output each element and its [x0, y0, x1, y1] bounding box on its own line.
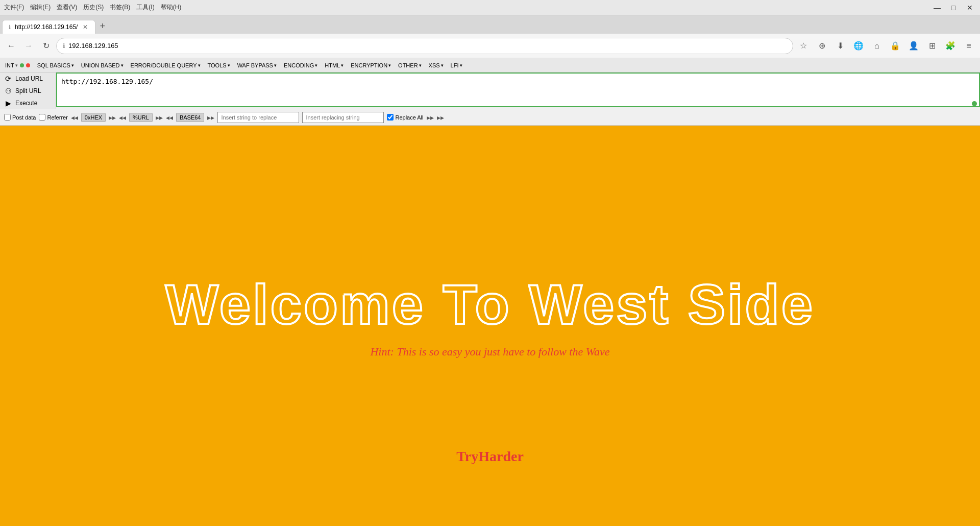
- arrow-right-4: ▸▸: [427, 113, 434, 122]
- arrow-left-3: ◂◂: [166, 113, 173, 122]
- plugin-sql-basics[interactable]: SQL BASICS▾: [34, 61, 77, 69]
- browser-window: 文件(F) 编辑(E) 查看(V) 历史(S) 书签(B) 工具(I) 帮助(H…: [0, 0, 980, 526]
- globe-icon[interactable]: 🌐: [851, 39, 866, 53]
- refresh-button[interactable]: ↻: [39, 39, 53, 53]
- arrow-right-2: ▸▸: [156, 113, 163, 122]
- menu-edit[interactable]: 编辑(E): [30, 3, 51, 12]
- arrow-left-2: ◂◂: [119, 113, 126, 122]
- base64-encode-button[interactable]: BASE64: [176, 113, 205, 122]
- plugin-union-based[interactable]: UNION BASED▾: [78, 61, 127, 69]
- profile-icon[interactable]: 👤: [906, 39, 921, 53]
- plugin-tools[interactable]: TOOLS▾: [205, 61, 233, 69]
- plugin-html[interactable]: HTML▾: [322, 61, 347, 69]
- hex-encode-button[interactable]: 0xHEX: [81, 113, 106, 122]
- sql-tool-area: ⟳ Load URL ⚇ Split URL ▶ Execute http://…: [0, 73, 980, 126]
- home-icon[interactable]: ⌂: [870, 39, 884, 53]
- window-controls: — □ ✕: [931, 2, 976, 14]
- load-url-icon: ⟳: [4, 75, 12, 83]
- back-button[interactable]: ←: [4, 39, 18, 53]
- plugin-int-dropdown[interactable]: INT ▾: [2, 61, 33, 69]
- toolbar-icons: ☆ ⊕ ⬇ 🌐 ⌂ 🔒 👤 ⊞ 🧩 ≡: [796, 39, 976, 53]
- split-url-icon: ⚇: [4, 87, 12, 95]
- tab-title: http://192.168.129.165/: [15, 23, 78, 31]
- execute-icon: ▶: [4, 99, 12, 107]
- split-url-button[interactable]: ⚇ Split URL: [0, 85, 56, 97]
- plugin-other[interactable]: OTHER▾: [395, 61, 425, 69]
- plugin-encryption[interactable]: ENCRYPTION▾: [348, 61, 394, 69]
- load-url-label: Load URL: [15, 75, 43, 82]
- plugin-lfi[interactable]: LFI▾: [448, 61, 465, 69]
- post-data-checkbox[interactable]: Post data: [4, 114, 36, 121]
- plugin-encoding[interactable]: ENCODING▾: [281, 61, 321, 69]
- download-icon[interactable]: ⬇: [833, 39, 847, 53]
- extensions-icon[interactable]: ⊞: [925, 39, 939, 53]
- url-input-row: ⟳ Load URL ⚇ Split URL ▶ Execute http://…: [0, 73, 980, 109]
- url-bar-input[interactable]: [68, 42, 787, 50]
- menu-bookmarks[interactable]: 书签(B): [110, 3, 130, 12]
- tool-sidebar: ⟳ Load URL ⚇ Split URL ▶ Execute: [0, 73, 56, 109]
- referrer-check[interactable]: [39, 114, 45, 121]
- minimize-button[interactable]: —: [931, 2, 943, 14]
- bookmark-icon[interactable]: ☆: [796, 39, 811, 53]
- webpage-content: Welcome To West Side Hint: This is so ea…: [0, 126, 980, 526]
- replace-all-checkbox[interactable]: Replace All: [387, 114, 423, 121]
- replacing-string-input[interactable]: [302, 112, 384, 123]
- encode-bar: Post data Referrer ◂◂ 0xHEX ▸▸ ◂◂ %URL ▸…: [0, 109, 980, 126]
- url-textarea[interactable]: http://192.168.129.165/: [56, 73, 980, 107]
- arrow-left-1: ◂◂: [71, 113, 78, 122]
- green-status-dot: [972, 101, 977, 106]
- arrow-right-1: ▸▸: [109, 113, 116, 122]
- menu-bar: 文件(F) 编辑(E) 查看(V) 历史(S) 书签(B) 工具(I) 帮助(H…: [4, 3, 181, 12]
- secure-icon: ℹ: [63, 42, 65, 50]
- reader-icon[interactable]: ⊕: [815, 39, 829, 53]
- hint-text: Hint: This is so easy you just have to f…: [370, 345, 609, 358]
- tab-favicon: ℹ: [9, 24, 11, 31]
- post-data-check[interactable]: [4, 114, 11, 121]
- addon-icon[interactable]: 🧩: [943, 39, 958, 53]
- menu-view[interactable]: 查看(V): [57, 3, 77, 12]
- new-tab-button[interactable]: +: [95, 21, 109, 32]
- title-bar: 文件(F) 编辑(E) 查看(V) 历史(S) 书签(B) 工具(I) 帮助(H…: [0, 0, 980, 15]
- menu-icon[interactable]: ≡: [962, 39, 976, 53]
- vpn-icon[interactable]: 🔒: [888, 39, 902, 53]
- load-url-button[interactable]: ⟳ Load URL: [0, 73, 56, 85]
- replace-string-input[interactable]: [217, 112, 299, 123]
- split-url-label: Split URL: [15, 87, 41, 94]
- referrer-checkbox[interactable]: Referrer: [39, 114, 67, 121]
- execute-label: Execute: [15, 100, 37, 107]
- maximize-button[interactable]: □: [947, 2, 960, 14]
- menu-help[interactable]: 帮助(H): [161, 3, 182, 12]
- tab-close-button[interactable]: ✕: [82, 23, 89, 31]
- arrow-right-3: ▸▸: [207, 113, 214, 122]
- arrow-right-5: ▸▸: [437, 113, 444, 122]
- execute-button[interactable]: ▶ Execute: [0, 97, 56, 109]
- menu-tools[interactable]: 工具(I): [136, 3, 154, 12]
- url-textarea-container: http://192.168.129.165/: [56, 73, 980, 109]
- replace-all-label: Replace All: [395, 114, 423, 121]
- post-data-label: Post data: [12, 114, 36, 121]
- try-harder-text: TryHarder: [456, 448, 524, 465]
- referrer-label: Referrer: [47, 114, 67, 121]
- menu-file[interactable]: 文件(F): [4, 3, 24, 12]
- plugin-toolbar: INT ▾ SQL BASICS▾ UNION BASED▾ ERROR/DOU…: [0, 58, 980, 73]
- plugin-waf-bypass[interactable]: WAF BYPASS▾: [234, 61, 280, 69]
- close-button[interactable]: ✕: [964, 2, 976, 14]
- replace-all-check[interactable]: [387, 114, 394, 121]
- forward-button[interactable]: →: [21, 39, 36, 53]
- plugin-xss[interactable]: XSS▾: [426, 61, 447, 69]
- browser-tab[interactable]: ℹ http://192.168.129.165/ ✕: [2, 20, 95, 34]
- plugin-int-label: INT: [5, 62, 14, 68]
- plugin-error-double[interactable]: ERROR/DOUBLE QUERY▾: [128, 61, 204, 69]
- url-encode-button[interactable]: %URL: [129, 113, 153, 122]
- tab-bar: ℹ http://192.168.129.165/ ✕ +: [0, 15, 980, 34]
- url-input-wrap: ℹ: [56, 38, 793, 54]
- url-bar-area: ← → ↻ ℹ ☆ ⊕ ⬇ 🌐 ⌂ 🔒 👤 ⊞ 🧩 ≡: [0, 34, 980, 58]
- menu-history[interactable]: 历史(S): [83, 3, 104, 12]
- welcome-heading: Welcome To West Side: [165, 273, 815, 335]
